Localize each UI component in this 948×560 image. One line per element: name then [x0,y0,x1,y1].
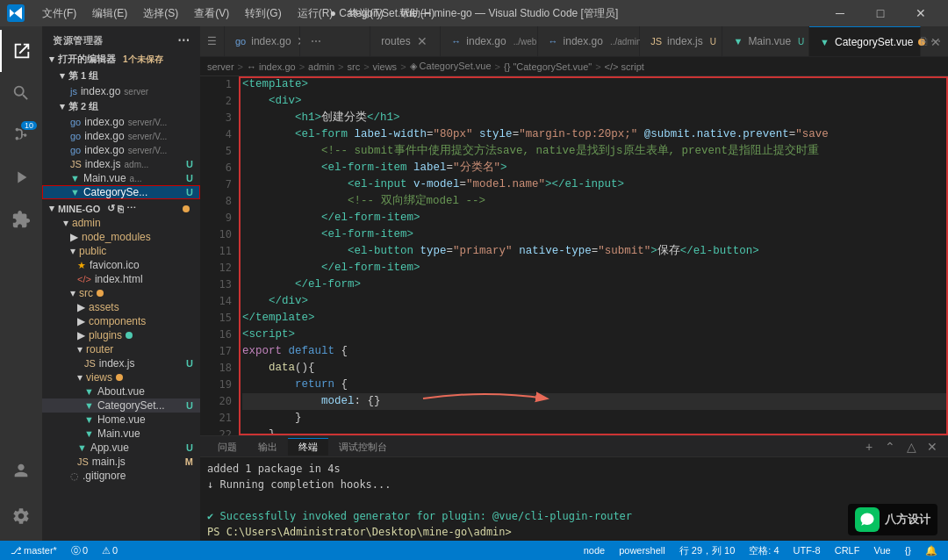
group2-file-categoryset[interactable]: ▼ CategorySe... U [42,185,200,199]
group2-path-2: server/V... [128,132,168,141]
maximize-button[interactable]: □ [860,0,901,26]
tab-index-js[interactable]: JS index.js U ✕ [640,26,722,56]
terminal-text-4: ✔ Successfully invoked generator for plu… [207,510,632,522]
tab-index-go-web[interactable]: ↔ index.go ../web ✕ [441,26,537,56]
ln-8: 8 [226,193,232,210]
tab-more[interactable]: ⋯ [300,26,370,56]
group1-section[interactable]: ▾ 第 1 组 [42,68,200,84]
more-icon[interactable]: ⋯ [126,203,136,214]
activity-search[interactable] [0,72,42,114]
folder-views[interactable]: ▾ views [42,370,200,384]
terminal-maximize-icon[interactable]: △ [902,438,920,456]
folder-node-modules[interactable]: ▶ node_modules [42,230,200,244]
folder-comp-icon: ▶ [77,315,85,327]
tab-close-routes[interactable]: ✕ [416,34,430,48]
file-home-vue[interactable]: ▼ Home.vue [42,413,200,427]
panel-actions: + ⌃ △ ✕ [860,438,948,456]
folder-admin[interactable]: ▾ admin [42,216,200,230]
folder-router[interactable]: ▾ router [42,342,200,356]
sync-status[interactable]: ⓪ 0 [68,544,91,557]
line-col[interactable]: 行 29，列 10 [676,544,739,557]
panel-tabs: 问题 输出 终端 调试控制台 + ⌃ △ ✕ [200,436,948,457]
tab-index-js-label: index.js [667,35,703,47]
menu-view[interactable]: 查看(V) [187,4,236,23]
terminal-plus-icon[interactable]: + [860,438,878,456]
activity-settings[interactable] [0,495,42,537]
terminal-split-icon[interactable]: ⌃ [881,438,899,456]
group2-file-3[interactable]: go index.go server/V... [42,143,200,157]
line-ending[interactable]: CRLF [831,545,864,556]
spaces[interactable]: 空格: 4 [745,544,782,557]
menu-edit[interactable]: 编辑(E) [85,4,134,23]
collapse-icon[interactable]: ⎘ [118,204,124,214]
panel-tab-terminal[interactable]: 终端 [288,438,328,456]
git-branch[interactable]: ⎇ master* [7,545,61,556]
tab-index-go[interactable]: go index.go ✕ [225,26,300,56]
terminal-node[interactable]: node [580,545,608,556]
ln-19: 19 [219,377,232,393]
folder-public[interactable]: ▾ public [42,244,200,258]
status-left: ⎇ master* ⓪ 0 ⚠ 0 [7,544,121,557]
panel-tab-debug[interactable]: 调试控制台 [328,438,398,456]
notification-bell[interactable]: 🔔 [922,545,941,556]
file-index-html[interactable]: </> index.html [42,272,200,286]
ln-21: 21 [219,410,232,427]
code-line-7: <el-input v-model="model.name"></el-inpu… [242,176,948,193]
close-button[interactable]: ✕ [901,0,941,26]
group2-file-1[interactable]: go index.go server/V... [42,115,200,129]
menu-select[interactable]: 选择(S) [136,4,185,23]
sidebar-toggle[interactable]: ☰ [200,26,225,56]
panel-tab-output[interactable]: 输出 [248,438,288,456]
file-gitignore[interactable]: ◌ .gitignore [42,469,200,483]
code-line-10: <el-form-item> [242,226,948,243]
tab-categoryset-vue[interactable]: ▼ CategorySet.vue ✕ [809,26,921,56]
open-editors-section[interactable]: ▾ 打开的编辑器 1个未保存 [42,51,200,68]
file-app-vue[interactable]: ▼ App.vue U [42,441,200,455]
project-section[interactable]: ▾ MINE-GO ↺ ⎘ ⋯ [42,201,200,216]
file-main-js[interactable]: JS main.js M [42,455,200,469]
menu-goto[interactable]: 转到(G) [238,4,288,23]
group2-file-js[interactable]: JS index.js adm... U [42,157,200,171]
more-tabs-icon[interactable]: ⋯ [930,35,941,47]
file-favicon[interactable]: ★ favicon.ico [42,258,200,272]
activity-source-control[interactable]: 10 [0,114,42,156]
split-editor-icon[interactable]: ⎘ [921,35,927,47]
encoding[interactable]: UTF-8 [790,545,824,556]
panel-tab-problems[interactable]: 问题 [207,438,248,456]
folder-plugins[interactable]: ▶ plugins [42,328,200,342]
group2-label: 第 2 组 [68,100,98,113]
terminal-powershell[interactable]: powershell [615,545,669,556]
open-file-index-go[interactable]: js index.go server [42,84,200,98]
activity-run[interactable] [0,156,42,198]
group2-file-main-vue[interactable]: ▼ Main.vue a... U [42,171,200,185]
tab-main-vue[interactable]: ▼ Main.vue U ✕ [722,26,809,56]
terminal-content[interactable]: added 1 package in 4s ↓ Running completi… [200,457,948,541]
file-router-index-js[interactable]: JS index.js U [42,356,200,370]
activity-extensions[interactable] [0,198,42,241]
group2-section[interactable]: ▾ 第 2 组 [42,98,200,115]
terminal-close-icon[interactable]: ✕ [923,438,941,456]
tab-routes[interactable]: routes ✕ [370,26,441,56]
editor-content[interactable]: <template> <div> <h1>创建分类</h1> <el-form … [239,76,948,435]
open-file-path: server [124,87,148,97]
folder-src[interactable]: ▾ src [42,286,200,300]
ln-7: 7 [226,176,232,193]
folder-components[interactable]: ▶ components [42,314,200,328]
new-file-icon[interactable]: ⋯ [177,33,190,47]
folder-assets[interactable]: ▶ assets [42,300,200,314]
home-vue-label: Home.vue [97,413,146,426]
file-about-vue[interactable]: ▼ About.vue [42,384,200,398]
error-status[interactable]: ⚠ 0 [98,545,121,556]
language-mode[interactable]: Vue [870,545,894,556]
tab-path-web: ../web [514,37,537,47]
activity-explorer[interactable] [0,30,42,72]
activity-accounts[interactable] [0,449,42,492]
file-categoryset-vue[interactable]: ▼ CategorySet... U [42,398,200,413]
minimize-button[interactable]: ─ [820,0,860,26]
tab-index-go-admin[interactable]: ↔ index.go ../admin ✕ [538,26,641,56]
menu-file[interactable]: 文件(F) [35,4,83,23]
reload-icon[interactable]: ↺ [107,203,115,214]
format-mode[interactable]: {} [901,545,915,556]
file-main-vue-tree[interactable]: ▼ Main.vue [42,427,200,441]
group2-file-2[interactable]: go index.go server/V... [42,129,200,143]
